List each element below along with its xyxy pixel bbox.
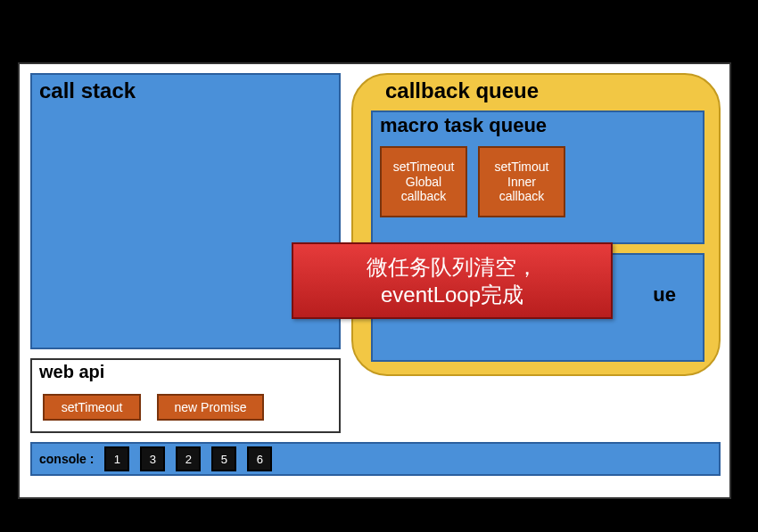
console-output: 5 (211, 446, 236, 471)
console-output: 2 (176, 446, 201, 471)
web-api-item: new Promise (157, 394, 264, 421)
overlay-line-1: 微任务队列清空， (367, 253, 538, 281)
micro-task-queue-title-fragment: ue (653, 283, 676, 307)
console-output: 1 (104, 446, 129, 471)
status-overlay: 微任务队列清空， eventLoop完成 (292, 242, 613, 319)
console-output: 3 (140, 446, 165, 471)
macro-task-queue-panel: macro task queue setTimeout Global callb… (371, 110, 704, 244)
macro-task-item: setTimout Inner callback (478, 146, 565, 217)
call-stack-title: call stack (39, 78, 136, 103)
diagram-canvas: call stack callback queue macro task que… (18, 62, 731, 499)
callback-queue-title: callback queue (385, 78, 539, 103)
overlay-line-2: eventLoop完成 (381, 281, 523, 308)
console-output: 6 (247, 446, 272, 471)
console-panel: console : 1 3 2 5 6 (30, 442, 721, 476)
macro-task-queue-title: macro task queue (380, 114, 547, 137)
web-api-item: setTimeout (43, 394, 141, 421)
web-api-title: web api (39, 362, 104, 382)
callback-queue-panel: callback queue macro task queue setTimeo… (351, 73, 721, 376)
console-label: console : (39, 452, 94, 466)
web-api-panel: web api setTimeout new Promise (30, 358, 341, 433)
macro-task-item: setTimeout Global callback (380, 146, 467, 217)
